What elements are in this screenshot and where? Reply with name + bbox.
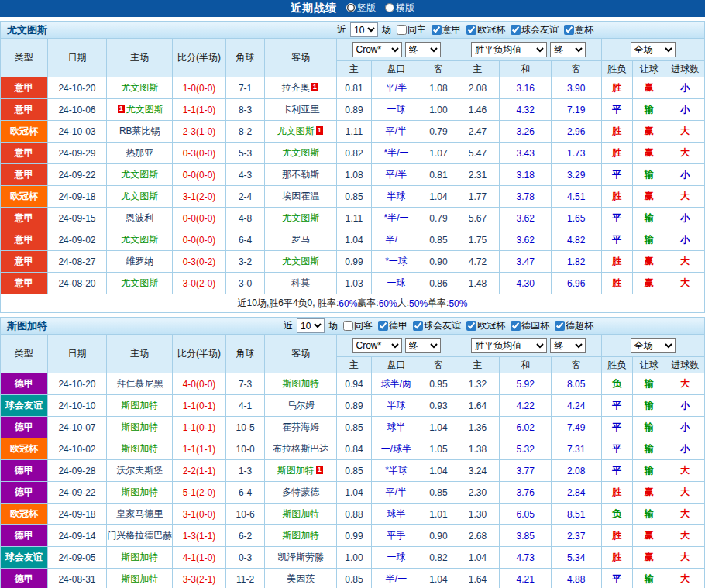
- result-verdict: 胜: [601, 525, 632, 547]
- team-name-link[interactable]: 尤文图斯: [282, 147, 319, 158]
- team-title[interactable]: 斯图加特: [7, 319, 47, 333]
- team-name-link[interactable]: 拉齐奥: [282, 82, 310, 93]
- goals-verdict: 小: [665, 208, 705, 229]
- checkbox-input[interactable]: [397, 25, 407, 35]
- team-name-link[interactable]: 尤文图斯: [121, 277, 158, 288]
- mean-final-select[interactable]: 终: [550, 42, 586, 57]
- filter-checkbox-3[interactable]: 欧冠杯: [466, 319, 505, 332]
- team-name-link[interactable]: 斯图加特: [282, 508, 319, 519]
- summary-part: 大:: [397, 297, 409, 310]
- team-name-link[interactable]: 乌尔姆: [287, 400, 315, 411]
- layout-radio[interactable]: [385, 3, 394, 12]
- mean-final-select[interactable]: 终: [550, 338, 586, 353]
- fulltime-select[interactable]: 全场: [631, 42, 676, 57]
- team-name-link[interactable]: 斯图加特: [282, 530, 319, 541]
- layout-radio[interactable]: [346, 3, 356, 12]
- mean-draw: 3.62: [500, 229, 552, 251]
- filter-checkbox-1[interactable]: 意甲: [431, 23, 461, 36]
- match-date: 24-09-18: [47, 186, 107, 208]
- checkbox-input[interactable]: [343, 321, 353, 331]
- odds-handicap: 半球: [371, 186, 421, 208]
- team-name-link[interactable]: 埃因霍温: [282, 191, 319, 201]
- team-name-link[interactable]: 罗马: [291, 234, 310, 245]
- checkbox-input[interactable]: [511, 25, 521, 35]
- filter-checkbox-5[interactable]: 德超杯: [554, 319, 593, 332]
- filter-checkbox-4[interactable]: 德国杯: [510, 319, 549, 332]
- team-name-link[interactable]: 尤文图斯: [126, 104, 163, 115]
- team-name-link[interactable]: 门兴格拉德巴赫: [107, 530, 172, 541]
- checkbox-input[interactable]: [466, 321, 476, 331]
- odds-away: 0.95: [421, 373, 456, 395]
- team-name-link[interactable]: 那不勒斯: [282, 169, 319, 180]
- match-count-select[interactable]: 10: [297, 318, 325, 333]
- team-name-link[interactable]: 尤文图斯: [282, 212, 319, 223]
- team-name-link[interactable]: 卡利亚里: [282, 104, 319, 115]
- fulltime-select[interactable]: 全场: [631, 338, 676, 353]
- team-name-link[interactable]: 皇家马德里: [116, 508, 163, 519]
- filter-checkbox-0[interactable]: 同客: [342, 319, 373, 332]
- layout-option-1[interactable]: 横版: [385, 2, 414, 15]
- odds-home: 0.85: [337, 569, 371, 588]
- filter-checkbox-0[interactable]: 同主: [396, 23, 426, 36]
- team-name-link[interactable]: 多特蒙德: [282, 487, 319, 497]
- team-name-link[interactable]: 沃尔夫斯堡: [116, 465, 163, 476]
- odds-home: 0.89: [337, 395, 371, 417]
- match-count-select[interactable]: 10: [350, 22, 378, 37]
- team-name-link[interactable]: 尤文图斯: [121, 82, 158, 93]
- team-name-link[interactable]: 斯图加特: [121, 421, 158, 432]
- team-name-link[interactable]: 恩波利: [126, 212, 153, 223]
- team-name-link[interactable]: 热那亚: [126, 147, 153, 158]
- mean-home: 1.77: [456, 186, 500, 208]
- odds-final-select[interactable]: 终: [405, 338, 441, 353]
- team-name-link[interactable]: 斯图加特: [277, 465, 315, 476]
- home-team-cell: 斯图加特: [107, 547, 173, 569]
- odds-final-select[interactable]: 终: [405, 42, 441, 57]
- match-row: 球会友谊24-10-10斯图加特1-1(0-1)4-1乌尔姆0.89半球0.93…: [1, 395, 705, 417]
- checkbox-input[interactable]: [555, 321, 565, 331]
- match-row: 德甲24-09-14门兴格拉德巴赫1-3(1-1)6-2斯图加特0.99平手0.…: [1, 525, 705, 547]
- team-title[interactable]: 尤文图斯: [7, 23, 47, 37]
- result-verdict: 胜: [601, 547, 632, 569]
- team-name-link[interactable]: 尤文图斯: [121, 169, 158, 180]
- filter-checkbox-2[interactable]: 欧冠杯: [466, 23, 505, 36]
- team-name-link[interactable]: 斯图加特: [121, 443, 158, 454]
- checkbox-input[interactable]: [432, 25, 442, 35]
- checkbox-input[interactable]: [564, 25, 574, 35]
- team-name-link[interactable]: 拜仁慕尼黑: [116, 378, 163, 389]
- team-name-link[interactable]: 尤文图斯: [277, 126, 315, 136]
- team-name-link[interactable]: 科莫: [291, 277, 310, 288]
- checkbox-input[interactable]: [511, 321, 521, 331]
- team-name-link[interactable]: RB莱比锡: [119, 126, 160, 136]
- team-name-link[interactable]: 斯图加特: [121, 400, 158, 411]
- filter-checkbox-4[interactable]: 意杯: [563, 23, 593, 36]
- winodds-mean-select[interactable]: 胜平负均值: [471, 338, 547, 353]
- odds-home: 0.88: [337, 504, 371, 525]
- team-name-link[interactable]: 凯泽斯劳滕: [277, 552, 324, 562]
- team-name-link[interactable]: 美因茨: [287, 573, 315, 584]
- filter-checkbox-3[interactable]: 球会友谊: [510, 23, 559, 36]
- layout-option-0[interactable]: 竖版: [346, 2, 376, 15]
- bookmaker-select[interactable]: Crow*: [352, 42, 402, 57]
- match-row: 欧冠杯24-10-02斯图加特1-1(1-1)10-0布拉格斯巴达0.84一/球…: [1, 438, 705, 460]
- team-name-link[interactable]: 尤文图斯: [282, 256, 319, 266]
- filter-checkbox-2[interactable]: 球会友谊: [412, 319, 461, 332]
- team-name-link[interactable]: 斯图加特: [121, 552, 158, 562]
- filter-bar: 近10场同主意甲欧冠杯球会友谊意杯: [337, 22, 698, 37]
- winodds-mean-select[interactable]: 胜平负均值: [471, 42, 547, 57]
- team-name-link[interactable]: 霍芬海姆: [282, 421, 319, 432]
- checkbox-input[interactable]: [466, 25, 476, 35]
- mean-home: 2.68: [456, 525, 500, 547]
- goals-verdict: 大: [665, 504, 705, 525]
- bookmaker-select[interactable]: Crow*: [352, 338, 402, 353]
- team-name-link[interactable]: 斯图加特: [121, 487, 158, 497]
- checkbox-input[interactable]: [413, 321, 423, 331]
- team-name-link[interactable]: 维罗纳: [126, 256, 153, 266]
- filter-checkbox-1[interactable]: 德甲: [377, 319, 408, 332]
- team-name-link[interactable]: 尤文图斯: [121, 234, 158, 245]
- team-name-link[interactable]: 斯图加特: [121, 573, 158, 584]
- team-name-link[interactable]: 布拉格斯巴达: [273, 443, 328, 454]
- checkbox-input[interactable]: [378, 321, 388, 331]
- col-header-home: 主场: [107, 335, 173, 373]
- team-name-link[interactable]: 斯图加特: [282, 378, 319, 389]
- team-name-link[interactable]: 尤文图斯: [121, 191, 158, 201]
